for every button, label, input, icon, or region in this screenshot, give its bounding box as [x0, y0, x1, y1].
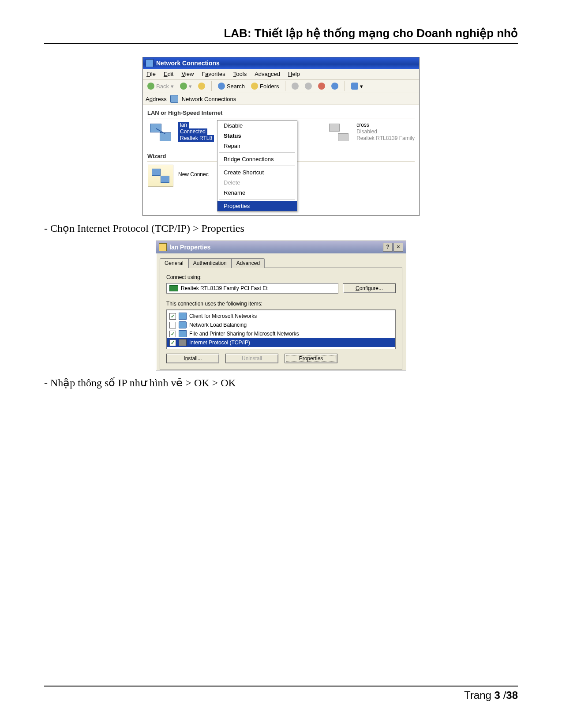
menu-favorites[interactable]: Favorites [202, 71, 225, 77]
address-label: Address [146, 96, 167, 102]
context-menu: Disable Status Repair Bridge Connections… [217, 120, 297, 211]
item-fps[interactable]: File and Printer Sharing for Microsoft N… [167, 329, 395, 338]
menu-view[interactable]: View [181, 71, 194, 77]
ctx-delete: Delete [217, 177, 297, 188]
forward-icon [180, 83, 187, 90]
up-button[interactable] [196, 82, 207, 91]
page-header: LAB: Thiết lập hệ thống mạng cho Doanh n… [44, 26, 518, 44]
menu-advanced[interactable]: Advanced [255, 71, 280, 77]
undo-button[interactable] [330, 82, 340, 91]
close-button[interactable]: × [393, 243, 403, 252]
copyto-icon [305, 83, 312, 90]
ctx-shortcut[interactable]: Create Shortcut [217, 167, 297, 177]
ctx-properties[interactable]: Properties [217, 201, 297, 211]
wizard-icon[interactable] [147, 165, 174, 186]
copyto-button[interactable] [303, 82, 314, 91]
step3-text: - Nhập thông số IP như hình vẽ > OK > OK [44, 377, 518, 389]
lan-name: lan [178, 122, 189, 128]
forward-button[interactable]: ▾ [178, 82, 194, 91]
back-button[interactable]: Back ▾ [146, 82, 176, 91]
item-nlb[interactable]: Network Load Balancing [167, 321, 395, 329]
up-icon [198, 83, 205, 90]
cross-status: Disabled [356, 128, 377, 135]
search-icon [218, 83, 225, 90]
address-bar: Address Network Connections [143, 93, 419, 105]
search-button[interactable]: Search [216, 82, 247, 91]
address-icon [170, 95, 178, 103]
items-label: This connection uses the following items… [166, 301, 396, 307]
moveto-button[interactable] [290, 82, 300, 91]
lan-status: Connected [178, 128, 207, 135]
views-icon [351, 83, 358, 90]
tab-general[interactable]: General [160, 258, 188, 268]
items-list[interactable]: Client for Microsoft Networks Network Lo… [166, 309, 396, 349]
help-button[interactable]: ? [383, 243, 393, 252]
item-tcpip[interactable]: Internet Protocol (TCP/IP) [167, 338, 395, 347]
tcpip-icon [179, 339, 187, 346]
cross-icon-wrap[interactable] [326, 122, 352, 143]
ctx-repair[interactable]: Repair [217, 141, 297, 151]
nic-icon [169, 285, 178, 291]
properties-button[interactable]: Properties [285, 354, 337, 363]
cross-connection[interactable]: cross Disabled Realtek RTL8139 Family [356, 122, 415, 142]
window-title: Network Connections [156, 60, 220, 67]
back-icon [147, 83, 154, 90]
address-value[interactable]: Network Connections [182, 96, 236, 102]
configure-button[interactable]: Configure... [343, 283, 396, 293]
menu-file[interactable]: File [146, 71, 156, 77]
ctx-disable[interactable]: Disable [217, 121, 297, 131]
connect-using-label: Connect using: [166, 274, 396, 280]
item-client[interactable]: Client for Microsoft Networks [167, 312, 395, 321]
ctx-status[interactable]: Status [217, 131, 297, 141]
client-icon [179, 313, 187, 320]
wizard-item[interactable]: New Connec [178, 165, 209, 178]
ctx-rename[interactable]: Rename [217, 188, 297, 198]
tab-auth[interactable]: Authentication [188, 258, 232, 268]
folders-button[interactable]: Folders [249, 82, 281, 91]
lan-icon[interactable] [147, 122, 174, 143]
menu-bar: File Edit View Favorites Tools Advanced … [143, 69, 419, 79]
checkbox-nlb[interactable] [169, 322, 176, 328]
cross-device: Realtek RTL8139 Family [356, 135, 415, 141]
section-lan: LAN or High-Speed Internet [147, 108, 415, 118]
toolbar: Back ▾ ▾ Search Folders [143, 79, 419, 93]
moveto-icon [292, 83, 299, 90]
ctx-bridge[interactable]: Bridge Connections [217, 154, 297, 164]
fps-icon [179, 330, 187, 337]
lanprops-dialog: lan Properties ? × General Authenticatio… [156, 241, 406, 370]
folders-icon [251, 83, 258, 90]
lan-device: Realtek RTL8 [178, 135, 214, 142]
tab-advanced[interactable]: Advanced [232, 258, 265, 268]
dialog-title: lan Properties [169, 244, 210, 251]
uninstall-button: Uninstall [225, 354, 278, 363]
netconn-window: Network Connections File Edit View Favor… [142, 57, 420, 216]
menu-tools[interactable]: Tools [233, 71, 247, 77]
delete-x-icon [318, 83, 325, 90]
undo-icon [331, 83, 338, 90]
install-button[interactable]: Install... [166, 354, 219, 363]
step2-text: - Chọn Internet Protocol (TCP/IP) > Prop… [44, 222, 518, 234]
page-footer: Trang 3 /38 [44, 686, 518, 702]
checkbox-fps[interactable] [169, 331, 176, 337]
dialog-titlebar[interactable]: lan Properties ? × [156, 241, 406, 253]
delete-button[interactable] [316, 82, 327, 91]
views-button[interactable]: ▾ [349, 82, 365, 91]
checkbox-tcpip[interactable] [169, 339, 176, 346]
menu-help[interactable]: Help [288, 71, 300, 77]
menu-edit[interactable]: Edit [164, 71, 173, 77]
tabs: General Authentication Advanced [160, 258, 406, 268]
tabpage-general: Connect using: Realtek RTL8139 Family PC… [160, 268, 402, 370]
netconn-icon [146, 59, 154, 67]
checkbox-client[interactable] [169, 313, 176, 320]
cross-name: cross [356, 122, 369, 128]
dialog-icon [159, 243, 167, 251]
nic-name: Realtek RTL8139 Family PCI Fast Et [181, 285, 268, 291]
lan-connection[interactable]: lan Connected Realtek RTL8 [178, 122, 214, 142]
nlb-icon [179, 321, 187, 328]
titlebar[interactable]: Network Connections [143, 57, 419, 69]
